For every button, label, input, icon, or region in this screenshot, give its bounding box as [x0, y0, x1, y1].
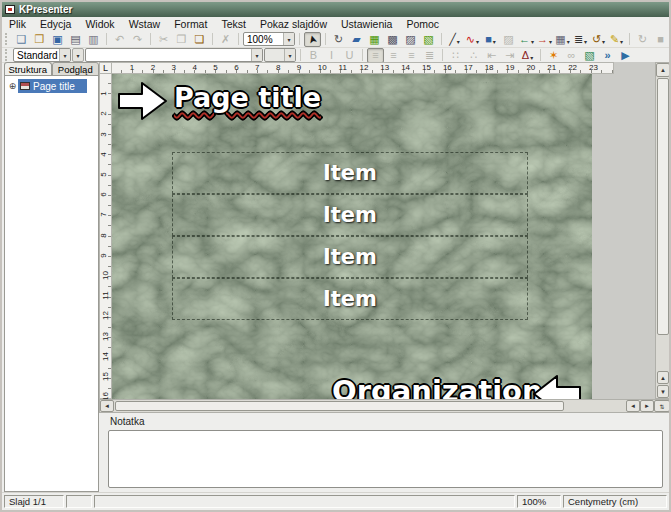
slideshow-settings-button[interactable]: ▧	[581, 48, 598, 63]
rectangle-tool-button[interactable]: ■▾	[482, 32, 499, 47]
size-combo[interactable]: ▾	[264, 48, 296, 62]
horizontal-scroll-thumb[interactable]	[115, 401, 564, 411]
rotate-tool-button[interactable]: ↻	[330, 32, 347, 47]
save-document-button[interactable]: ▣	[49, 32, 66, 47]
toolbar-grip[interactable]	[5, 33, 9, 45]
menu-plik[interactable]: Plik	[2, 18, 33, 30]
align-right-button[interactable]: ≡	[403, 48, 420, 63]
bold-button[interactable]: B	[305, 48, 322, 63]
tree-row[interactable]: ⊕Page title	[5, 79, 98, 93]
scroll-left-button[interactable]: ◄	[626, 400, 640, 412]
redo-button[interactable]: ↷	[129, 32, 146, 47]
arrow-right-graphic[interactable]	[117, 80, 169, 122]
style-extra-dropdown[interactable]: ▾	[72, 48, 84, 62]
pen-color-button[interactable]: ✎▾	[608, 32, 625, 47]
mouse-pointer-tool-button[interactable]: ➤	[304, 32, 321, 47]
picture-frame-tool-button[interactable]: ▧	[420, 32, 437, 47]
expander-icon[interactable]: ⊕	[7, 81, 18, 91]
scroll-up-button[interactable]: ▲	[657, 371, 669, 384]
scroll-up-button[interactable]: ▲	[656, 63, 670, 77]
horizontal-scroll-track[interactable]	[115, 400, 625, 412]
font-combo[interactable]: ▾	[85, 48, 263, 62]
menu-widok[interactable]: Widok	[78, 18, 121, 30]
align-justify-icon: ≣	[425, 50, 434, 61]
menu-format[interactable]: Format	[167, 18, 214, 30]
vertical-scroll-thumb[interactable]	[657, 78, 669, 335]
item-placeholder[interactable]: Item	[172, 236, 528, 278]
line-tool-button[interactable]: ╱▾	[446, 32, 463, 47]
horizontal-ruler[interactable]: 1234567891011121314151617181920212223	[112, 62, 614, 74]
delete-button[interactable]: ✗	[217, 32, 234, 47]
configure-tools-button[interactable]: ✶	[545, 48, 562, 63]
zoom-combo-value: 100%	[244, 34, 283, 45]
title-bar[interactable]: KPresenter	[2, 2, 669, 17]
notes-textarea[interactable]	[108, 430, 663, 488]
menu-edycja[interactable]: Edycja	[33, 18, 79, 30]
print-button[interactable]: ▤	[67, 32, 84, 47]
chevron-down-icon[interactable]: ▾	[59, 49, 70, 61]
menu-pokaz-slajdow[interactable]: Pokaz slajdów	[253, 18, 334, 30]
skip-forward-button[interactable]: »	[599, 48, 616, 63]
copy-button[interactable]: ❐	[173, 32, 190, 47]
start-presentation-button[interactable]: ▶	[617, 48, 634, 63]
tab-struktura[interactable]: Struktura	[4, 62, 52, 76]
italic-button[interactable]: I	[323, 48, 340, 63]
chevron-down-icon[interactable]: ▾	[284, 49, 295, 61]
slide-footer-text[interactable]: Organization	[332, 374, 543, 399]
outline-tree[interactable]: ⊕Page title	[4, 75, 99, 492]
open-document-button[interactable]: ❒	[31, 32, 48, 47]
insert-table-button[interactable]: ▦▾	[554, 32, 571, 47]
arrow-left-graphic[interactable]	[532, 373, 582, 399]
stop-button[interactable]: ■	[652, 32, 669, 47]
align-justify-button[interactable]: ≣	[421, 48, 438, 63]
arrow-left-shape-button[interactable]: ←▾	[518, 32, 535, 47]
menu-pomoc[interactable]: Pomoc	[399, 18, 446, 30]
text-object-button[interactable]: ≣▾	[572, 32, 589, 47]
scroll-down-button[interactable]: ▼	[657, 385, 669, 398]
cut-button[interactable]: ✂	[155, 32, 172, 47]
tree-item-page-title[interactable]: Page title	[18, 79, 87, 93]
horizontal-scrollbar[interactable]: ◄ ◄ ► ⇅	[99, 399, 671, 413]
group-tool-button[interactable]: ▩	[384, 32, 401, 47]
underline-button[interactable]: U	[341, 48, 358, 63]
insert-image-button[interactable]: ▨	[500, 32, 517, 47]
indent-more-button[interactable]: ⇥	[501, 48, 518, 63]
chevron-down-icon[interactable]: ▾	[251, 49, 262, 61]
menu-ustawienia[interactable]: Ustawienia	[334, 18, 399, 30]
menu-tekst[interactable]: Tekst	[214, 18, 253, 30]
scrollbar-corner-button[interactable]: ⇅	[654, 400, 670, 412]
style-combo[interactable]: Standard▾	[13, 48, 71, 62]
zoom-combo[interactable]: 100%▾	[243, 32, 295, 46]
zoom-tool-button[interactable]: ▰	[348, 32, 365, 47]
chain-button[interactable]: ∞	[563, 48, 580, 63]
rotate-object-button[interactable]: ↺▾	[590, 32, 607, 47]
menu-wstaw[interactable]: Wstaw	[122, 18, 168, 30]
properties-tool-button[interactable]: ▨	[402, 32, 419, 47]
new-document-button[interactable]: ❑	[13, 32, 30, 47]
print-preview-button[interactable]: ▥	[85, 32, 102, 47]
toolbar-grip[interactable]	[5, 49, 9, 61]
arrow-right-shape-button[interactable]: →▾	[536, 32, 553, 47]
align-left-button[interactable]: ≡	[367, 48, 384, 63]
paste-button[interactable]: ❏	[191, 32, 208, 47]
bullet-list-button[interactable]: ∷	[447, 48, 464, 63]
align-center-button[interactable]: ≡	[385, 48, 402, 63]
item-placeholder[interactable]: Item	[172, 194, 528, 236]
font-color-button[interactable]: Δ▾	[519, 48, 536, 63]
slide-title-text[interactable]: Page title	[174, 82, 321, 113]
numbered-list-button[interactable]: ∴	[465, 48, 482, 63]
scroll-left-button[interactable]: ◄	[100, 400, 114, 412]
slide-canvas[interactable]: Page title ItemItemItemItemOrganization	[112, 74, 592, 399]
chevron-down-icon[interactable]: ▾	[283, 33, 294, 45]
tab-podglad[interactable]: Podgląd	[52, 62, 100, 76]
resize-tool-button[interactable]: ▦	[366, 32, 383, 47]
vertical-scrollbar[interactable]: ▲ ▲ ▼	[655, 62, 671, 399]
reload-button[interactable]: ↻	[634, 32, 651, 47]
scroll-right-button[interactable]: ►	[640, 400, 654, 412]
polyline-tool-button[interactable]: ∿▾	[464, 32, 481, 47]
item-placeholder[interactable]: Item	[172, 278, 528, 320]
undo-button[interactable]: ↶	[111, 32, 128, 47]
indent-less-button[interactable]: ⇤	[483, 48, 500, 63]
vertical-ruler[interactable]: 12345678910111213141516	[99, 74, 112, 399]
item-placeholder[interactable]: Item	[172, 152, 528, 194]
